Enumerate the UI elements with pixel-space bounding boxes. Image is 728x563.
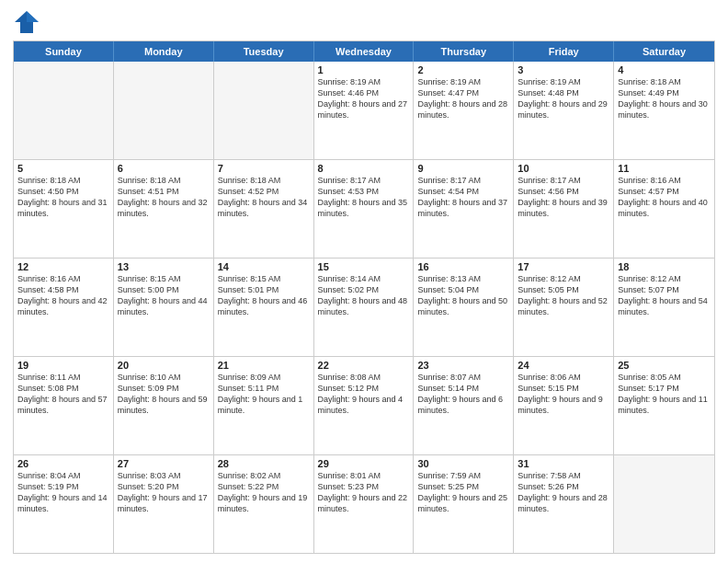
cal-cell: 3Sunrise: 8:19 AM Sunset: 4:48 PM Daylig… [514,62,614,159]
svg-marker-1 [27,11,39,22]
day-number: 23 [417,360,509,371]
cal-cell: 11Sunrise: 8:16 AM Sunset: 4:57 PM Dayli… [614,160,714,258]
header [13,9,715,35]
cal-cell: 31Sunrise: 7:58 AM Sunset: 5:26 PM Dayli… [514,455,614,553]
cell-info: Sunrise: 8:09 AM Sunset: 5:11 PM Dayligh… [218,372,310,417]
cal-cell: 30Sunrise: 7:59 AM Sunset: 5:25 PM Dayli… [414,455,514,553]
day-number: 31 [518,458,609,469]
cell-info: Sunrise: 8:18 AM Sunset: 4:50 PM Dayligh… [17,175,109,220]
day-number: 13 [118,261,210,272]
day-number: 18 [618,261,711,272]
cell-info: Sunrise: 8:15 AM Sunset: 5:00 PM Dayligh… [118,273,210,318]
cal-cell [614,455,714,553]
day-number: 24 [518,360,609,371]
day-number: 17 [518,261,609,272]
cell-info: Sunrise: 8:10 AM Sunset: 5:09 PM Dayligh… [118,372,210,417]
cal-cell [114,62,214,159]
cell-info: Sunrise: 8:19 AM Sunset: 4:48 PM Dayligh… [518,76,609,121]
day-number: 30 [417,458,509,469]
day-number: 29 [318,458,410,469]
cell-info: Sunrise: 8:12 AM Sunset: 5:07 PM Dayligh… [618,273,711,318]
day-number: 16 [417,261,509,272]
cal-row-1: 5Sunrise: 8:18 AM Sunset: 4:50 PM Daylig… [14,160,714,259]
cal-cell: 2Sunrise: 8:19 AM Sunset: 4:47 PM Daylig… [414,62,514,159]
cal-cell: 22Sunrise: 8:08 AM Sunset: 5:12 PM Dayli… [314,357,415,454]
cell-info: Sunrise: 8:05 AM Sunset: 5:17 PM Dayligh… [618,372,711,417]
cell-info: Sunrise: 7:59 AM Sunset: 5:25 PM Dayligh… [417,470,509,515]
day-number: 1 [318,64,410,75]
cell-info: Sunrise: 8:08 AM Sunset: 5:12 PM Dayligh… [318,372,410,417]
weekday-header-tuesday: Tuesday [214,41,314,62]
day-number: 8 [318,163,410,174]
cell-info: Sunrise: 8:18 AM Sunset: 4:52 PM Dayligh… [218,175,310,220]
logo-icon [13,9,40,35]
cal-cell: 6Sunrise: 8:18 AM Sunset: 4:51 PM Daylig… [114,160,214,258]
calendar-body: 1Sunrise: 8:19 AM Sunset: 4:46 PM Daylig… [14,62,714,553]
day-number: 27 [118,458,210,469]
cell-info: Sunrise: 7:58 AM Sunset: 5:26 PM Dayligh… [518,470,609,515]
cal-cell: 9Sunrise: 8:17 AM Sunset: 4:54 PM Daylig… [414,160,514,258]
cal-cell: 18Sunrise: 8:12 AM Sunset: 5:07 PM Dayli… [614,259,714,356]
day-number: 15 [318,261,410,272]
cal-cell: 16Sunrise: 8:13 AM Sunset: 5:04 PM Dayli… [414,259,514,356]
day-number: 14 [218,261,310,272]
day-number: 19 [17,360,109,371]
day-number: 22 [318,360,410,371]
day-number: 26 [17,458,109,469]
cell-info: Sunrise: 8:16 AM Sunset: 4:57 PM Dayligh… [618,175,711,220]
day-number: 3 [518,64,609,75]
cal-cell: 10Sunrise: 8:17 AM Sunset: 4:56 PM Dayli… [514,160,614,258]
cal-cell [214,62,314,159]
cell-info: Sunrise: 8:07 AM Sunset: 5:14 PM Dayligh… [417,372,509,417]
calendar-header: SundayMondayTuesdayWednesdayThursdayFrid… [14,41,714,62]
cal-cell: 7Sunrise: 8:18 AM Sunset: 4:52 PM Daylig… [214,160,314,258]
day-number: 7 [218,163,310,174]
day-number: 4 [618,64,711,75]
cal-cell: 12Sunrise: 8:16 AM Sunset: 4:58 PM Dayli… [14,259,114,356]
cal-cell: 19Sunrise: 8:11 AM Sunset: 5:08 PM Dayli… [14,357,114,454]
day-number: 2 [417,64,509,75]
cell-info: Sunrise: 8:17 AM Sunset: 4:53 PM Dayligh… [318,175,410,220]
cell-info: Sunrise: 8:06 AM Sunset: 5:15 PM Dayligh… [518,372,609,417]
cal-cell: 14Sunrise: 8:15 AM Sunset: 5:01 PM Dayli… [214,259,314,356]
cal-cell: 25Sunrise: 8:05 AM Sunset: 5:17 PM Dayli… [614,357,714,454]
cell-info: Sunrise: 8:03 AM Sunset: 5:20 PM Dayligh… [118,470,210,515]
day-number: 6 [118,163,210,174]
cal-cell: 17Sunrise: 8:12 AM Sunset: 5:05 PM Dayli… [514,259,614,356]
cell-info: Sunrise: 8:19 AM Sunset: 4:47 PM Dayligh… [417,76,509,121]
day-number: 12 [17,261,109,272]
day-number: 5 [17,163,109,174]
weekday-header-friday: Friday [514,41,614,62]
cell-info: Sunrise: 8:12 AM Sunset: 5:05 PM Dayligh… [518,273,609,318]
cal-row-3: 19Sunrise: 8:11 AM Sunset: 5:08 PM Dayli… [14,357,714,455]
weekday-header-sunday: Sunday [14,41,114,62]
cell-info: Sunrise: 8:02 AM Sunset: 5:22 PM Dayligh… [218,470,310,515]
calendar: SundayMondayTuesdayWednesdayThursdayFrid… [13,40,715,554]
page: SundayMondayTuesdayWednesdayThursdayFrid… [0,0,728,563]
cal-cell: 8Sunrise: 8:17 AM Sunset: 4:53 PM Daylig… [314,160,415,258]
day-number: 9 [417,163,509,174]
cell-info: Sunrise: 8:01 AM Sunset: 5:23 PM Dayligh… [318,470,410,515]
cell-info: Sunrise: 8:17 AM Sunset: 4:54 PM Dayligh… [417,175,509,220]
cal-cell: 24Sunrise: 8:06 AM Sunset: 5:15 PM Dayli… [514,357,614,454]
cell-info: Sunrise: 8:13 AM Sunset: 5:04 PM Dayligh… [417,273,509,318]
cell-info: Sunrise: 8:17 AM Sunset: 4:56 PM Dayligh… [518,175,609,220]
cell-info: Sunrise: 8:16 AM Sunset: 4:58 PM Dayligh… [17,273,109,318]
cal-cell: 28Sunrise: 8:02 AM Sunset: 5:22 PM Dayli… [214,455,314,553]
cal-row-4: 26Sunrise: 8:04 AM Sunset: 5:19 PM Dayli… [14,455,714,553]
cell-info: Sunrise: 8:19 AM Sunset: 4:46 PM Dayligh… [318,76,410,121]
day-number: 20 [118,360,210,371]
logo-area [13,9,44,35]
cal-row-2: 12Sunrise: 8:16 AM Sunset: 4:58 PM Dayli… [14,259,714,357]
cal-cell: 21Sunrise: 8:09 AM Sunset: 5:11 PM Dayli… [214,357,314,454]
day-number: 21 [218,360,310,371]
cal-cell: 13Sunrise: 8:15 AM Sunset: 5:00 PM Dayli… [114,259,214,356]
cal-cell: 20Sunrise: 8:10 AM Sunset: 5:09 PM Dayli… [114,357,214,454]
cal-row-0: 1Sunrise: 8:19 AM Sunset: 4:46 PM Daylig… [14,62,714,160]
cal-cell: 1Sunrise: 8:19 AM Sunset: 4:46 PM Daylig… [314,62,415,159]
cal-cell: 29Sunrise: 8:01 AM Sunset: 5:23 PM Dayli… [314,455,415,553]
day-number: 28 [218,458,310,469]
weekday-header-wednesday: Wednesday [314,41,415,62]
cal-cell: 4Sunrise: 8:18 AM Sunset: 4:49 PM Daylig… [614,62,714,159]
cal-cell: 27Sunrise: 8:03 AM Sunset: 5:20 PM Dayli… [114,455,214,553]
